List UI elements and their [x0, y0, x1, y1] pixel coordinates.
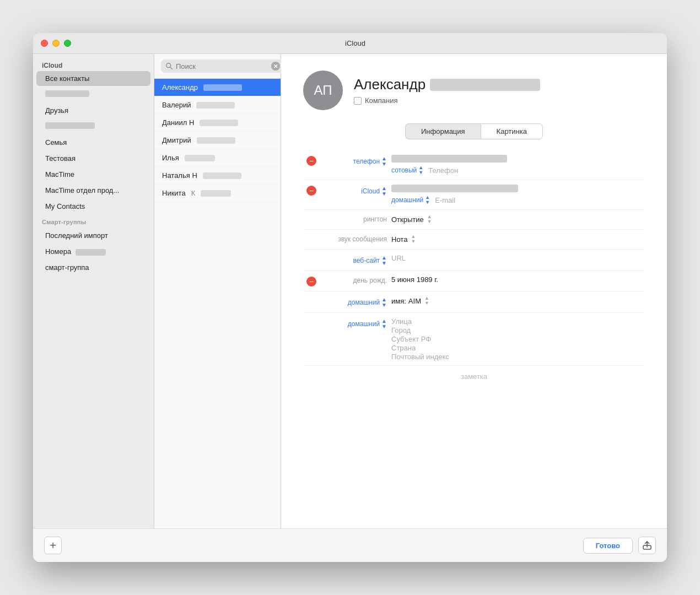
name-blurred	[430, 79, 540, 91]
company-checkbox[interactable]	[354, 97, 362, 105]
stepper-icon-icloud: ▲▼	[381, 186, 387, 197]
field-row-aim: домашний ▲▼ имя: AIM ▲▼	[303, 291, 645, 313]
field-label-birthday: день рожд.	[320, 275, 391, 284]
contact-full-name: Александр	[354, 76, 540, 93]
field-label-address: домашний ▲▼	[320, 317, 391, 329]
phone-value-blurred	[391, 155, 645, 164]
sidebar-item-nomera[interactable]: Номера	[36, 244, 150, 259]
field-row-email: − iCloud ▲▼ домашний ▲▼ E-mail	[303, 180, 645, 210]
field-row-birthday: − день рожд. 5 июня 1989 г.	[303, 271, 645, 291]
field-value-aim: имя: AIM ▲▼	[391, 296, 645, 306]
field-value-ringtone: Открытие ▲▼	[391, 214, 645, 224]
stepper-icon-aim: ▲▼	[381, 297, 387, 308]
share-button[interactable]	[638, 537, 656, 554]
sidebar-item-smart-group[interactable]: смарт-группа	[36, 260, 150, 275]
avatar: АП	[303, 71, 343, 110]
detail-panel: АП Александр Компания Информация Картинк…	[281, 54, 667, 528]
field-remove-address-spacer	[303, 317, 320, 318]
field-row-ringtone: рингтон Открытие ▲▼	[303, 210, 645, 230]
titlebar: iCloud	[33, 33, 667, 54]
search-icon	[165, 62, 173, 70]
stepper-icon-website: ▲▼	[381, 255, 387, 266]
sidebar-item-blurred-2[interactable]	[36, 119, 150, 134]
field-row-phone: − телефон ▲▼ сотовый ▲▼ Телефон	[303, 150, 645, 180]
contact-item[interactable]: Наталья Н	[154, 167, 281, 185]
sidebar-item-blurred-1[interactable]	[36, 87, 150, 102]
contact-item[interactable]: Даниил Н	[154, 114, 281, 132]
done-button[interactable]: Готово	[583, 538, 633, 554]
sidebar-item-all-contacts[interactable]: Все контакты	[36, 71, 150, 86]
tab-info[interactable]: Информация	[405, 123, 481, 139]
sidebar-item-mactime-otdel[interactable]: MacTime отдел прод...	[36, 183, 150, 198]
company-row: Компания	[354, 96, 540, 105]
minimize-button[interactable]	[52, 40, 60, 47]
field-value-address: Улица Город Субъект РФ Страна Почтовый и…	[391, 317, 645, 361]
contact-item[interactable]: Илья	[154, 149, 281, 167]
search-input-wrap: ✕	[161, 60, 284, 73]
field-label-ringtone: рингтон	[320, 214, 391, 223]
sidebar-item-friends[interactable]: Друзья	[36, 103, 150, 118]
contact-list-items: Александр Валерий Даниил Н Дмитрий Илья	[154, 79, 281, 528]
field-remove-ringtone-spacer	[303, 214, 320, 215]
search-clear-button[interactable]: ✕	[271, 62, 280, 71]
email-value-blurred	[391, 185, 645, 194]
contact-name-area: Александр Компания	[354, 76, 540, 105]
window-title: iCloud	[76, 39, 635, 47]
contact-list: ✕ Александр Валерий Даниил Н Дмитрий	[154, 54, 281, 528]
contact-item[interactable]: Александр	[154, 79, 281, 96]
remove-phone-button[interactable]: −	[306, 156, 316, 166]
field-label-aim: домашний ▲▼	[320, 296, 391, 308]
stepper-icon-cellular: ▲▼	[418, 165, 423, 175]
phone-sub-row: сотовый ▲▼ Телефон	[391, 165, 645, 175]
remove-birthday-button[interactable]: −	[306, 277, 316, 286]
field-remove-phone: −	[303, 155, 320, 166]
field-remove-message-sound-spacer	[303, 234, 320, 235]
sidebar-item-last-import[interactable]: Последний импорт	[36, 228, 150, 243]
share-icon	[642, 540, 652, 550]
field-label-website: веб-сайт ▲▼	[320, 254, 391, 266]
stepper-icon-phone: ▲▼	[381, 156, 387, 167]
close-button[interactable]	[41, 40, 48, 47]
app-window: iCloud iCloud Все контакты Друзья Семья …	[33, 33, 667, 562]
field-value-birthday: 5 июня 1989 г.	[391, 275, 645, 284]
field-value-message-sound: Нота ▲▼	[391, 234, 645, 244]
field-value-icloud: домашний ▲▼ E-mail	[391, 185, 645, 205]
main-content: iCloud Все контакты Друзья Семья Тестова…	[33, 54, 667, 528]
field-label-message-sound: звук сообщения	[320, 234, 391, 243]
aim-stepper: ▲▼	[424, 296, 429, 306]
bottom-right-buttons: Готово	[583, 537, 656, 554]
contact-item[interactable]: Валерий	[154, 96, 281, 114]
sidebar-item-testovaya[interactable]: Тестовая	[36, 151, 150, 166]
remove-email-button[interactable]: −	[306, 186, 316, 196]
smart-groups-header: Смарт-группы	[33, 214, 154, 228]
field-remove-email: −	[303, 185, 320, 196]
stepper-icon-home-email: ▲▼	[425, 195, 430, 205]
contact-header: АП Александр Компания	[303, 71, 645, 110]
tabs-row: Информация Картинка	[303, 123, 645, 139]
sidebar-item-my-contacts[interactable]: My Contacts	[36, 199, 150, 214]
email-sub-row: домашний ▲▼ E-mail	[391, 195, 645, 205]
sidebar-item-family[interactable]: Семья	[36, 135, 150, 150]
sidebar: iCloud Все контакты Друзья Семья Тестова…	[33, 54, 154, 528]
field-remove-birthday: −	[303, 275, 320, 286]
field-label-phone: телефон ▲▼	[320, 155, 391, 167]
contact-item[interactable]: Дмитрий	[154, 132, 281, 149]
note-row: заметка	[303, 366, 645, 387]
contact-item[interactable]: Никита К	[154, 185, 281, 202]
field-value-phone: сотовый ▲▼ Телефон	[391, 155, 645, 175]
message-sound-stepper: ▲▼	[411, 234, 416, 244]
field-remove-website-spacer	[303, 254, 320, 255]
add-contact-button[interactable]: +	[44, 537, 62, 554]
field-label-icloud: iCloud ▲▼	[320, 185, 391, 197]
tab-picture[interactable]: Картинка	[481, 123, 543, 139]
search-input[interactable]	[176, 62, 268, 71]
field-row-website: веб-сайт ▲▼ URL	[303, 250, 645, 271]
sidebar-item-mactime[interactable]: MacTime	[36, 167, 150, 182]
stepper-icon-address: ▲▼	[381, 318, 387, 329]
svg-line-1	[170, 67, 173, 69]
field-value-website: URL	[391, 254, 645, 262]
field-row-message-sound: звук сообщения Нота ▲▼	[303, 230, 645, 250]
maximize-button[interactable]	[64, 40, 71, 47]
fields-area: − телефон ▲▼ сотовый ▲▼ Телефон	[303, 150, 645, 517]
search-bar: ✕	[154, 54, 281, 79]
